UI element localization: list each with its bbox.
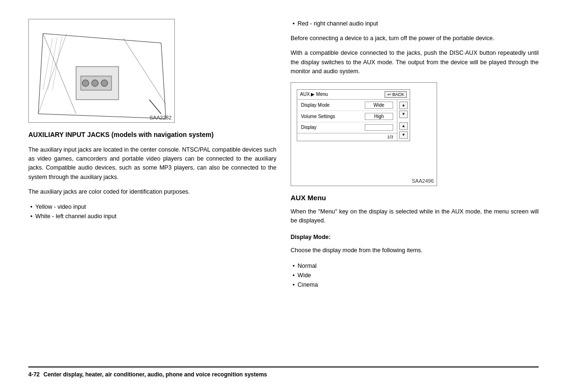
- bullet-cinema: Cinema: [292, 280, 539, 290]
- display-mode-heading: Display Mode:: [291, 234, 539, 240]
- aux-row-volume: Volume Settings High: [297, 111, 397, 122]
- right-para1: Before connecting a device to a jack, tu…: [291, 34, 539, 43]
- right-column: Red - right channel audio input Before c…: [291, 19, 539, 359]
- page: SAA2282 AUXILIARY INPUT JACKS (models wi…: [0, 0, 567, 392]
- row-value-volume: High: [365, 113, 393, 120]
- left-image-box: SAA2282: [28, 19, 175, 123]
- aux-menu-label: AUX ▶ Menu: [300, 92, 328, 97]
- aux-image-caption: SAA2496: [412, 178, 434, 184]
- left-bullet-list: Yellow - video input White - left channe…: [28, 202, 276, 221]
- bullet-yellow: Yellow - video input: [30, 202, 276, 212]
- row-label-display: Display: [301, 125, 317, 130]
- display-mode-list: Normal Wide Cinema: [291, 261, 539, 290]
- row-label-display-mode: Display Mode: [301, 102, 330, 108]
- svg-point-9: [101, 80, 108, 86]
- aux-intro: When the "Menu" key on the display is se…: [291, 207, 539, 226]
- back-button[interactable]: ↩ BACK: [385, 91, 407, 98]
- aux-page-num: 1/3: [297, 133, 397, 140]
- aux-rows-area: Display Mode Wide Volume Settings High D…: [297, 100, 410, 141]
- bullet-white: White - left channel audio input: [30, 212, 276, 221]
- ctrl-up-btn[interactable]: ▲: [399, 102, 408, 109]
- aux-row-display-mode: Display Mode Wide: [297, 100, 397, 111]
- ctrl-down2-btn[interactable]: ▼: [399, 131, 408, 139]
- main-content: SAA2282 AUXILIARY INPUT JACKS (models wi…: [28, 19, 539, 359]
- left-para1: The auxiliary input jacks are located in…: [28, 145, 276, 182]
- footer-text: Center display, heater, air conditioner,…: [43, 371, 267, 378]
- left-sketch-svg: [29, 19, 175, 123]
- aux-menu-title: AUX Menu: [291, 194, 539, 202]
- ctrl-up2-btn[interactable]: ▲: [399, 122, 408, 130]
- aux-controls: ▲ ▼ ▲ ▼: [397, 100, 410, 141]
- svg-point-7: [82, 80, 89, 86]
- footer-page-number: 4-72: [28, 371, 40, 378]
- row-value-display: [365, 124, 393, 131]
- left-column: SAA2282 AUXILIARY INPUT JACKS (models wi…: [28, 19, 276, 359]
- bullet-red: Red - right channel audio input: [292, 19, 539, 28]
- aux-rows: Display Mode Wide Volume Settings High D…: [297, 100, 397, 141]
- footer: 4-72 Center display, heater, air conditi…: [28, 366, 539, 378]
- row-value-display-mode: Wide: [365, 102, 393, 109]
- display-mode-intro: Choose the display mode from the followi…: [291, 246, 539, 255]
- svg-point-8: [92, 80, 98, 86]
- aux-row-display: Display: [297, 122, 397, 133]
- ctrl-down-btn[interactable]: ▼: [399, 111, 408, 118]
- aux-image-box: AUX ▶ Menu ↩ BACK Display Mode Wide: [291, 82, 437, 186]
- right-para2: With a compatible device connected to th…: [291, 49, 539, 76]
- aux-screen: AUX ▶ Menu ↩ BACK Display Mode Wide: [297, 89, 410, 141]
- left-section-heading: AUXILIARY INPUT JACKS (models with navig…: [28, 130, 276, 140]
- bullet-wide: Wide: [292, 271, 539, 280]
- bullet-normal: Normal: [292, 261, 539, 271]
- right-top-bullets: Red - right channel audio input: [291, 19, 539, 28]
- left-image-caption: SAA2282: [150, 115, 172, 120]
- aux-screen-header: AUX ▶ Menu ↩ BACK: [297, 90, 410, 100]
- left-para2: The auxiliary jacks are color coded for …: [28, 187, 276, 196]
- row-label-volume: Volume Settings: [301, 114, 335, 119]
